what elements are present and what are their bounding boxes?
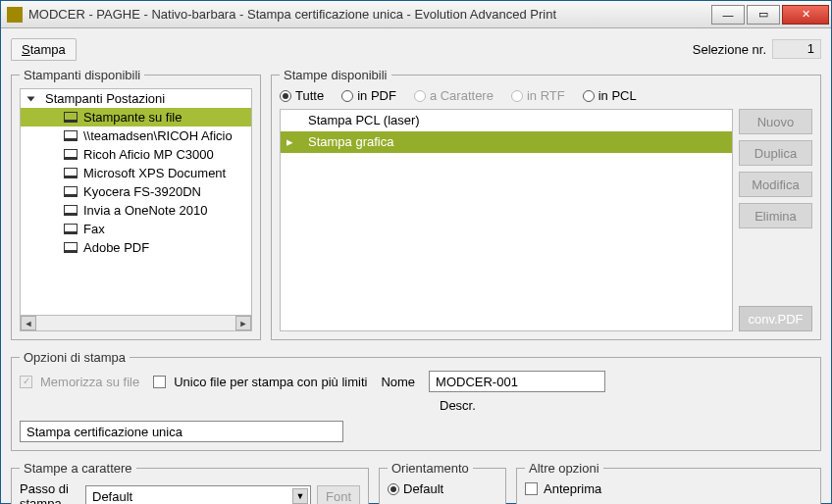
close-button[interactable]: ✕	[782, 5, 829, 25]
printer-icon	[64, 168, 78, 178]
printer-icon	[64, 242, 78, 253]
radio-icon	[414, 90, 426, 102]
window: MODCER - PAGHE - Nativo-barbara - Stampa…	[0, 0, 832, 504]
window-title: MODCER - PAGHE - Nativo-barbara - Stampa…	[28, 7, 711, 22]
altre-group: Altre opzioni Anteprima	[516, 461, 821, 504]
orient-default[interactable]: Default	[388, 481, 497, 496]
elimina-button[interactable]: Elimina	[739, 203, 812, 228]
printer-icon	[64, 186, 78, 197]
radio-icon	[280, 90, 291, 102]
minimize-button[interactable]: —	[711, 5, 745, 25]
selection-indicator: Selezione nr. 1	[693, 39, 821, 59]
printers-legend: Stampanti disponibili	[20, 68, 144, 82]
passo-combo[interactable]: Default ▼	[85, 485, 311, 504]
printers-tree[interactable]: Stampanti Postazioni Stampante su file \…	[20, 88, 252, 331]
memorizza-label: Memorizza su file	[40, 375, 139, 389]
menubar: Stampa Selezione nr. 1	[11, 36, 821, 62]
printer-item[interactable]: Kyocera FS-3920DN	[21, 182, 251, 201]
selection-value: 1	[772, 39, 821, 59]
tree-root[interactable]: Stampanti Postazioni	[21, 89, 251, 108]
descr-label: Descr.	[440, 398, 476, 413]
unico-label: Unico file per stampa con più limiti	[174, 375, 367, 389]
titlebar: MODCER - PAGHE - Nativo-barbara - Stampa…	[1, 1, 831, 28]
radio-icon	[583, 90, 595, 102]
horizontal-scrollbar[interactable]: ◄ ►	[21, 315, 251, 330]
scroll-left-icon[interactable]: ◄	[21, 316, 36, 330]
carattere-group: Stampe a carattere Passo di stampa Defau…	[11, 461, 369, 504]
stampe-group: Stampe disponibili Tutte in PDF a Caratt…	[271, 68, 821, 340]
maximize-button[interactable]: ▭	[747, 5, 780, 25]
duplica-button[interactable]: Duplica	[739, 140, 812, 166]
filter-inpdf[interactable]: in PDF	[341, 88, 396, 103]
printer-item[interactable]: Ricoh Aficio MP C3000	[21, 145, 251, 164]
stampe-legend: Stampe disponibili	[280, 68, 391, 82]
nuovo-button[interactable]: Nuovo	[739, 109, 812, 134]
chevron-down-icon[interactable]: ▼	[292, 488, 308, 504]
radio-icon	[511, 90, 523, 102]
content: Stampa Selezione nr. 1 Stampanti disponi…	[1, 28, 831, 503]
row-marker-icon: ▸	[286, 134, 293, 149]
printers-group: Stampanti disponibili Stampanti Postazio…	[11, 68, 261, 340]
scroll-right-icon[interactable]: ►	[235, 316, 251, 330]
orientamento-group: Orientamento Default Verticale Orizzonta…	[379, 461, 506, 504]
modifica-button[interactable]: Modifica	[739, 172, 812, 197]
radio-icon	[388, 483, 399, 495]
opzioni-group: Opzioni di stampa Memorizza su file Unic…	[11, 350, 821, 451]
printer-icon	[64, 224, 78, 234]
list-item[interactable]: Stampa PCL (laser)	[281, 110, 732, 131]
printer-item[interactable]: Microsoft XPS Document	[21, 164, 251, 182]
printer-icon	[64, 205, 78, 216]
filter-radios: Tutte in PDF a Carattere in RTF in PCL	[280, 88, 812, 103]
anteprima-label: Anteprima	[544, 481, 601, 496]
nome-input[interactable]	[429, 371, 605, 392]
orientamento-legend: Orientamento	[388, 461, 473, 476]
filter-inpcl[interactable]: in PCL	[583, 88, 637, 103]
printer-item[interactable]: Adobe PDF	[21, 238, 251, 257]
menu-stampa[interactable]: Stampa	[11, 38, 77, 61]
font-button: Font	[317, 485, 360, 504]
memorizza-checkbox	[20, 376, 32, 388]
stampe-buttons: Nuovo Duplica Modifica Elimina conv.PDF	[739, 109, 812, 331]
printer-item[interactable]: Invia a OneNote 2010	[21, 201, 251, 220]
scroll-track[interactable]	[36, 316, 235, 330]
printer-item[interactable]: Stampante su file	[21, 108, 251, 126]
opzioni-legend: Opzioni di stampa	[20, 350, 130, 365]
window-buttons: — ▭ ✕	[711, 5, 831, 25]
filter-inrtf: in RTF	[511, 88, 565, 103]
altre-legend: Altre opzioni	[525, 461, 603, 476]
anteprima-checkbox[interactable]	[525, 482, 538, 495]
convpdf-button[interactable]: conv.PDF	[739, 306, 812, 331]
filter-carattere: a Carattere	[414, 88, 494, 103]
printer-item[interactable]: Fax	[21, 220, 251, 238]
nome-label: Nome	[381, 375, 415, 389]
app-icon	[7, 7, 23, 23]
unico-checkbox[interactable]	[153, 376, 166, 388]
printer-icon	[64, 112, 78, 123]
radio-icon	[341, 90, 353, 102]
passo-label: Passo di stampa	[20, 481, 74, 504]
printer-icon	[64, 149, 78, 160]
printer-item[interactable]: \\teamadsen\RICOH Aficio	[21, 126, 251, 145]
printer-icon	[64, 130, 78, 141]
chevron-down-icon	[27, 96, 35, 101]
selection-label: Selezione nr.	[693, 42, 766, 57]
carattere-legend: Stampe a carattere	[20, 461, 136, 476]
filter-tutte[interactable]: Tutte	[280, 88, 324, 103]
list-item[interactable]: ▸Stampa grafica	[281, 131, 732, 153]
descr-input[interactable]	[20, 421, 343, 442]
stampe-list[interactable]: Stampa PCL (laser) ▸Stampa grafica	[280, 109, 733, 331]
